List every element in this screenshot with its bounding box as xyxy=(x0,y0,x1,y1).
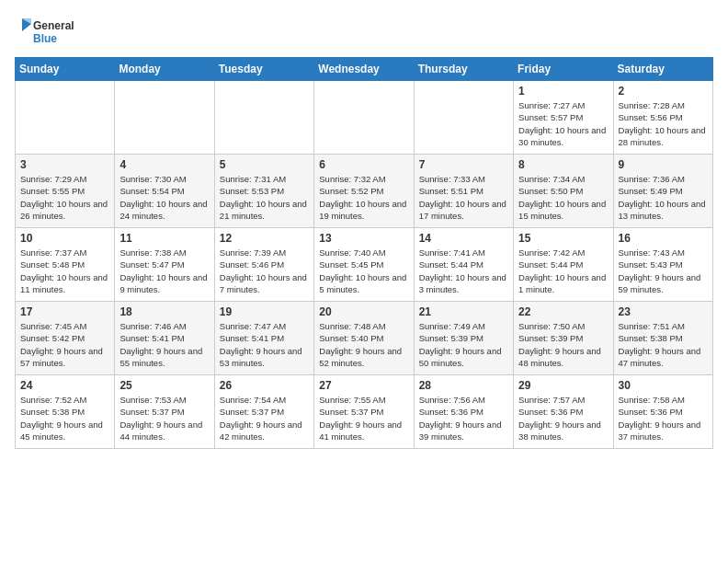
header-thursday: Thursday xyxy=(414,58,513,81)
day-number: 29 xyxy=(518,379,608,392)
day-number: 7 xyxy=(419,158,508,171)
calendar-cell: 6Sunrise: 7:32 AM Sunset: 5:52 PM Daylig… xyxy=(314,155,414,228)
calendar-cell: 12Sunrise: 7:39 AM Sunset: 5:46 PM Dayli… xyxy=(214,228,313,302)
day-number: 23 xyxy=(619,305,708,318)
cell-content: Sunrise: 7:32 AM Sunset: 5:52 PM Dayligh… xyxy=(319,173,408,222)
day-number: 10 xyxy=(20,232,109,245)
calendar-cell xyxy=(214,81,313,155)
cell-content: Sunrise: 7:29 AM Sunset: 5:55 PM Dayligh… xyxy=(20,173,109,222)
cell-content: Sunrise: 7:39 AM Sunset: 5:46 PM Dayligh… xyxy=(220,247,309,295)
day-number: 4 xyxy=(119,158,209,171)
day-number: 22 xyxy=(518,305,608,318)
calendar-cell: 28Sunrise: 7:56 AM Sunset: 5:36 PM Dayli… xyxy=(414,375,513,449)
calendar-row-0: 1Sunrise: 7:27 AM Sunset: 5:57 PM Daylig… xyxy=(16,81,713,155)
calendar-cell: 3Sunrise: 7:29 AM Sunset: 5:55 PM Daylig… xyxy=(16,155,115,228)
calendar-row-1: 3Sunrise: 7:29 AM Sunset: 5:55 PM Daylig… xyxy=(16,155,713,228)
cell-content: Sunrise: 7:40 AM Sunset: 5:45 PM Dayligh… xyxy=(319,247,408,295)
day-number: 30 xyxy=(619,379,708,392)
day-number: 20 xyxy=(319,305,408,318)
logo-svg: General Blue xyxy=(15,15,79,50)
calendar-row-4: 24Sunrise: 7:52 AM Sunset: 5:38 PM Dayli… xyxy=(16,375,713,449)
day-number: 1 xyxy=(518,85,608,98)
calendar-cell: 11Sunrise: 7:38 AM Sunset: 5:47 PM Dayli… xyxy=(115,228,214,302)
calendar-cell xyxy=(115,81,214,155)
header-sunday: Sunday xyxy=(16,58,115,81)
cell-content: Sunrise: 7:48 AM Sunset: 5:40 PM Dayligh… xyxy=(319,320,408,369)
header-wednesday: Wednesday xyxy=(314,58,414,81)
calendar-cell: 15Sunrise: 7:42 AM Sunset: 5:44 PM Dayli… xyxy=(514,228,613,302)
calendar-table: SundayMondayTuesdayWednesdayThursdayFrid… xyxy=(15,57,713,449)
calendar-cell: 26Sunrise: 7:54 AM Sunset: 5:37 PM Dayli… xyxy=(214,375,313,449)
header-saturday: Saturday xyxy=(613,58,712,81)
cell-content: Sunrise: 7:54 AM Sunset: 5:37 PM Dayligh… xyxy=(220,394,309,442)
day-number: 3 xyxy=(20,158,109,171)
calendar-cell: 22Sunrise: 7:50 AM Sunset: 5:39 PM Dayli… xyxy=(514,302,613,375)
cell-content: Sunrise: 7:58 AM Sunset: 5:36 PM Dayligh… xyxy=(619,394,708,442)
calendar-cell: 24Sunrise: 7:52 AM Sunset: 5:38 PM Dayli… xyxy=(16,375,115,449)
cell-content: Sunrise: 7:36 AM Sunset: 5:49 PM Dayligh… xyxy=(619,173,708,222)
day-number: 13 xyxy=(319,232,408,245)
calendar-cell: 10Sunrise: 7:37 AM Sunset: 5:48 PM Dayli… xyxy=(16,228,115,302)
day-number: 9 xyxy=(619,158,708,171)
calendar-cell: 16Sunrise: 7:43 AM Sunset: 5:43 PM Dayli… xyxy=(613,228,712,302)
calendar-cell: 7Sunrise: 7:33 AM Sunset: 5:51 PM Daylig… xyxy=(414,155,513,228)
calendar-cell: 14Sunrise: 7:41 AM Sunset: 5:44 PM Dayli… xyxy=(414,228,513,302)
day-number: 21 xyxy=(419,305,508,318)
day-number: 11 xyxy=(119,232,209,245)
calendar-cell xyxy=(314,81,414,155)
cell-content: Sunrise: 7:49 AM Sunset: 5:39 PM Dayligh… xyxy=(419,320,508,369)
cell-content: Sunrise: 7:42 AM Sunset: 5:44 PM Dayligh… xyxy=(518,247,608,295)
calendar-row-3: 17Sunrise: 7:45 AM Sunset: 5:42 PM Dayli… xyxy=(16,302,713,375)
svg-text:General: General xyxy=(33,19,74,32)
day-number: 26 xyxy=(220,379,309,392)
calendar-cell: 30Sunrise: 7:58 AM Sunset: 5:36 PM Dayli… xyxy=(613,375,712,449)
calendar-cell: 27Sunrise: 7:55 AM Sunset: 5:37 PM Dayli… xyxy=(314,375,414,449)
day-number: 19 xyxy=(220,305,309,318)
calendar-cell: 17Sunrise: 7:45 AM Sunset: 5:42 PM Dayli… xyxy=(16,302,115,375)
cell-content: Sunrise: 7:53 AM Sunset: 5:37 PM Dayligh… xyxy=(119,394,209,442)
calendar-cell: 9Sunrise: 7:36 AM Sunset: 5:49 PM Daylig… xyxy=(613,155,712,228)
day-number: 18 xyxy=(119,305,209,318)
calendar-cell: 25Sunrise: 7:53 AM Sunset: 5:37 PM Dayli… xyxy=(115,375,214,449)
cell-content: Sunrise: 7:27 AM Sunset: 5:57 PM Dayligh… xyxy=(518,99,608,148)
cell-content: Sunrise: 7:33 AM Sunset: 5:51 PM Dayligh… xyxy=(419,173,508,222)
cell-content: Sunrise: 7:38 AM Sunset: 5:47 PM Dayligh… xyxy=(119,247,209,295)
day-number: 5 xyxy=(220,158,309,171)
header-friday: Friday xyxy=(514,58,613,81)
header-tuesday: Tuesday xyxy=(214,58,313,81)
svg-text:Blue: Blue xyxy=(33,32,57,45)
cell-content: Sunrise: 7:31 AM Sunset: 5:53 PM Dayligh… xyxy=(220,173,309,222)
calendar-cell xyxy=(414,81,513,155)
day-number: 17 xyxy=(20,305,109,318)
day-number: 8 xyxy=(518,158,608,171)
cell-content: Sunrise: 7:34 AM Sunset: 5:50 PM Dayligh… xyxy=(518,173,608,222)
day-number: 12 xyxy=(220,232,309,245)
cell-content: Sunrise: 7:56 AM Sunset: 5:36 PM Dayligh… xyxy=(419,394,508,442)
day-number: 27 xyxy=(319,379,408,392)
day-number: 2 xyxy=(619,85,708,98)
cell-content: Sunrise: 7:37 AM Sunset: 5:48 PM Dayligh… xyxy=(20,247,109,295)
calendar-cell: 21Sunrise: 7:49 AM Sunset: 5:39 PM Dayli… xyxy=(414,302,513,375)
logo: General Blue xyxy=(15,15,79,50)
calendar-cell: 4Sunrise: 7:30 AM Sunset: 5:54 PM Daylig… xyxy=(115,155,214,228)
cell-content: Sunrise: 7:46 AM Sunset: 5:41 PM Dayligh… xyxy=(119,320,209,369)
calendar-cell: 29Sunrise: 7:57 AM Sunset: 5:36 PM Dayli… xyxy=(514,375,613,449)
cell-content: Sunrise: 7:43 AM Sunset: 5:43 PM Dayligh… xyxy=(619,247,708,295)
cell-content: Sunrise: 7:50 AM Sunset: 5:39 PM Dayligh… xyxy=(518,320,608,369)
cell-content: Sunrise: 7:47 AM Sunset: 5:41 PM Dayligh… xyxy=(220,320,309,369)
calendar-cell: 13Sunrise: 7:40 AM Sunset: 5:45 PM Dayli… xyxy=(314,228,414,302)
calendar-cell: 1Sunrise: 7:27 AM Sunset: 5:57 PM Daylig… xyxy=(514,81,613,155)
calendar-cell: 5Sunrise: 7:31 AM Sunset: 5:53 PM Daylig… xyxy=(214,155,313,228)
day-number: 25 xyxy=(119,379,209,392)
calendar-cell: 23Sunrise: 7:51 AM Sunset: 5:38 PM Dayli… xyxy=(613,302,712,375)
header-row: SundayMondayTuesdayWednesdayThursdayFrid… xyxy=(16,58,713,81)
day-number: 28 xyxy=(419,379,508,392)
page-header: General Blue xyxy=(15,15,713,50)
calendar-cell: 19Sunrise: 7:47 AM Sunset: 5:41 PM Dayli… xyxy=(214,302,313,375)
header-monday: Monday xyxy=(115,58,214,81)
day-number: 6 xyxy=(319,158,408,171)
calendar-cell: 8Sunrise: 7:34 AM Sunset: 5:50 PM Daylig… xyxy=(514,155,613,228)
day-number: 16 xyxy=(619,232,708,245)
cell-content: Sunrise: 7:52 AM Sunset: 5:38 PM Dayligh… xyxy=(20,394,109,442)
day-number: 24 xyxy=(20,379,109,392)
